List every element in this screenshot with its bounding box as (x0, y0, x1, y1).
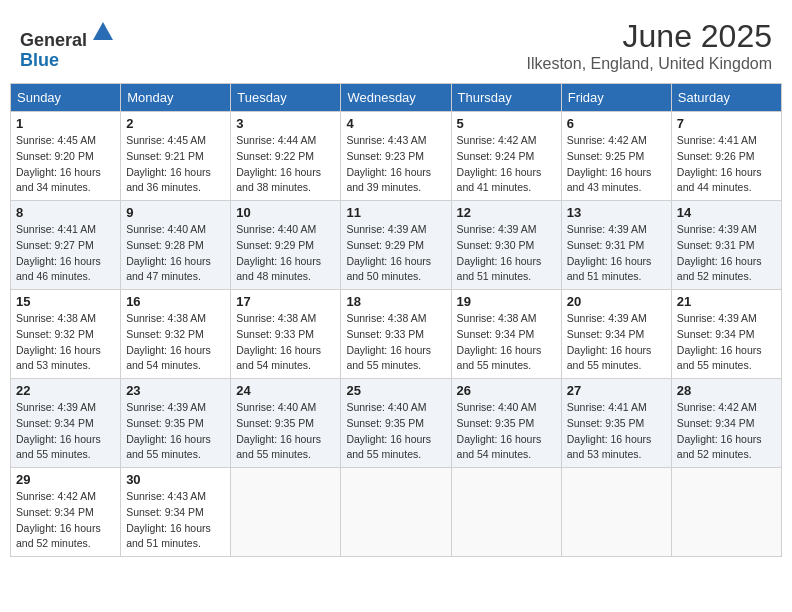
day-info: Sunrise: 4:42 AM Sunset: 9:34 PM Dayligh… (677, 400, 776, 463)
calendar-cell: 11 Sunrise: 4:39 AM Sunset: 9:29 PM Dayl… (341, 201, 451, 290)
day-number: 12 (457, 205, 556, 220)
day-number: 19 (457, 294, 556, 309)
day-number: 15 (16, 294, 115, 309)
svg-marker-0 (93, 22, 113, 40)
calendar-cell (561, 468, 671, 557)
day-number: 29 (16, 472, 115, 487)
day-info: Sunrise: 4:45 AM Sunset: 9:21 PM Dayligh… (126, 133, 225, 196)
day-info: Sunrise: 4:38 AM Sunset: 9:32 PM Dayligh… (126, 311, 225, 374)
calendar-week-1: 1 Sunrise: 4:45 AM Sunset: 9:20 PM Dayli… (11, 112, 782, 201)
day-info: Sunrise: 4:43 AM Sunset: 9:23 PM Dayligh… (346, 133, 445, 196)
day-number: 18 (346, 294, 445, 309)
calendar-week-4: 22 Sunrise: 4:39 AM Sunset: 9:34 PM Dayl… (11, 379, 782, 468)
day-info: Sunrise: 4:43 AM Sunset: 9:34 PM Dayligh… (126, 489, 225, 552)
day-number: 10 (236, 205, 335, 220)
weekday-header-monday: Monday (121, 84, 231, 112)
calendar-cell (231, 468, 341, 557)
calendar-cell: 25 Sunrise: 4:40 AM Sunset: 9:35 PM Dayl… (341, 379, 451, 468)
day-info: Sunrise: 4:41 AM Sunset: 9:35 PM Dayligh… (567, 400, 666, 463)
day-number: 5 (457, 116, 556, 131)
day-info: Sunrise: 4:42 AM Sunset: 9:34 PM Dayligh… (16, 489, 115, 552)
day-number: 23 (126, 383, 225, 398)
calendar-cell: 27 Sunrise: 4:41 AM Sunset: 9:35 PM Dayl… (561, 379, 671, 468)
day-info: Sunrise: 4:39 AM Sunset: 9:31 PM Dayligh… (677, 222, 776, 285)
calendar-cell: 3 Sunrise: 4:44 AM Sunset: 9:22 PM Dayli… (231, 112, 341, 201)
day-number: 20 (567, 294, 666, 309)
logo: General Blue (20, 18, 117, 71)
day-number: 27 (567, 383, 666, 398)
calendar-cell: 10 Sunrise: 4:40 AM Sunset: 9:29 PM Dayl… (231, 201, 341, 290)
calendar-cell: 1 Sunrise: 4:45 AM Sunset: 9:20 PM Dayli… (11, 112, 121, 201)
calendar-table: SundayMondayTuesdayWednesdayThursdayFrid… (10, 83, 782, 557)
page-header: General Blue June 2025 Ilkeston, England… (10, 10, 782, 77)
calendar-cell: 17 Sunrise: 4:38 AM Sunset: 9:33 PM Dayl… (231, 290, 341, 379)
day-info: Sunrise: 4:44 AM Sunset: 9:22 PM Dayligh… (236, 133, 335, 196)
calendar-cell: 7 Sunrise: 4:41 AM Sunset: 9:26 PM Dayli… (671, 112, 781, 201)
calendar-cell: 29 Sunrise: 4:42 AM Sunset: 9:34 PM Dayl… (11, 468, 121, 557)
day-number: 8 (16, 205, 115, 220)
day-info: Sunrise: 4:40 AM Sunset: 9:35 PM Dayligh… (236, 400, 335, 463)
day-info: Sunrise: 4:39 AM Sunset: 9:30 PM Dayligh… (457, 222, 556, 285)
location: Ilkeston, England, United Kingdom (527, 55, 772, 73)
weekday-header-sunday: Sunday (11, 84, 121, 112)
calendar-cell: 28 Sunrise: 4:42 AM Sunset: 9:34 PM Dayl… (671, 379, 781, 468)
logo-icon (89, 18, 117, 46)
calendar-cell: 8 Sunrise: 4:41 AM Sunset: 9:27 PM Dayli… (11, 201, 121, 290)
day-info: Sunrise: 4:39 AM Sunset: 9:31 PM Dayligh… (567, 222, 666, 285)
day-number: 6 (567, 116, 666, 131)
day-number: 2 (126, 116, 225, 131)
calendar-cell: 26 Sunrise: 4:40 AM Sunset: 9:35 PM Dayl… (451, 379, 561, 468)
calendar-cell: 23 Sunrise: 4:39 AM Sunset: 9:35 PM Dayl… (121, 379, 231, 468)
calendar-cell: 24 Sunrise: 4:40 AM Sunset: 9:35 PM Dayl… (231, 379, 341, 468)
day-info: Sunrise: 4:39 AM Sunset: 9:34 PM Dayligh… (567, 311, 666, 374)
day-number: 7 (677, 116, 776, 131)
title-block: June 2025 Ilkeston, England, United King… (527, 18, 772, 73)
calendar-cell: 15 Sunrise: 4:38 AM Sunset: 9:32 PM Dayl… (11, 290, 121, 379)
logo-blue: Blue (20, 50, 59, 70)
day-number: 24 (236, 383, 335, 398)
calendar-cell: 22 Sunrise: 4:39 AM Sunset: 9:34 PM Dayl… (11, 379, 121, 468)
calendar-week-2: 8 Sunrise: 4:41 AM Sunset: 9:27 PM Dayli… (11, 201, 782, 290)
day-number: 21 (677, 294, 776, 309)
day-info: Sunrise: 4:42 AM Sunset: 9:24 PM Dayligh… (457, 133, 556, 196)
day-number: 3 (236, 116, 335, 131)
calendar-cell: 14 Sunrise: 4:39 AM Sunset: 9:31 PM Dayl… (671, 201, 781, 290)
day-number: 1 (16, 116, 115, 131)
calendar-cell: 19 Sunrise: 4:38 AM Sunset: 9:34 PM Dayl… (451, 290, 561, 379)
calendar-cell: 12 Sunrise: 4:39 AM Sunset: 9:30 PM Dayl… (451, 201, 561, 290)
calendar-cell: 6 Sunrise: 4:42 AM Sunset: 9:25 PM Dayli… (561, 112, 671, 201)
weekday-header-tuesday: Tuesday (231, 84, 341, 112)
calendar-cell (341, 468, 451, 557)
calendar-cell: 16 Sunrise: 4:38 AM Sunset: 9:32 PM Dayl… (121, 290, 231, 379)
calendar-cell (671, 468, 781, 557)
weekday-header-thursday: Thursday (451, 84, 561, 112)
day-number: 16 (126, 294, 225, 309)
day-number: 28 (677, 383, 776, 398)
day-info: Sunrise: 4:40 AM Sunset: 9:28 PM Dayligh… (126, 222, 225, 285)
calendar-cell: 13 Sunrise: 4:39 AM Sunset: 9:31 PM Dayl… (561, 201, 671, 290)
day-number: 17 (236, 294, 335, 309)
day-info: Sunrise: 4:39 AM Sunset: 9:35 PM Dayligh… (126, 400, 225, 463)
day-number: 9 (126, 205, 225, 220)
day-info: Sunrise: 4:40 AM Sunset: 9:35 PM Dayligh… (346, 400, 445, 463)
day-info: Sunrise: 4:42 AM Sunset: 9:25 PM Dayligh… (567, 133, 666, 196)
calendar-cell: 5 Sunrise: 4:42 AM Sunset: 9:24 PM Dayli… (451, 112, 561, 201)
day-number: 30 (126, 472, 225, 487)
day-info: Sunrise: 4:39 AM Sunset: 9:34 PM Dayligh… (16, 400, 115, 463)
calendar-cell: 4 Sunrise: 4:43 AM Sunset: 9:23 PM Dayli… (341, 112, 451, 201)
day-info: Sunrise: 4:41 AM Sunset: 9:26 PM Dayligh… (677, 133, 776, 196)
day-info: Sunrise: 4:38 AM Sunset: 9:33 PM Dayligh… (236, 311, 335, 374)
weekday-header-friday: Friday (561, 84, 671, 112)
weekday-header-wednesday: Wednesday (341, 84, 451, 112)
day-number: 11 (346, 205, 445, 220)
calendar-cell: 2 Sunrise: 4:45 AM Sunset: 9:21 PM Dayli… (121, 112, 231, 201)
day-number: 14 (677, 205, 776, 220)
day-info: Sunrise: 4:40 AM Sunset: 9:35 PM Dayligh… (457, 400, 556, 463)
calendar-cell: 20 Sunrise: 4:39 AM Sunset: 9:34 PM Dayl… (561, 290, 671, 379)
day-info: Sunrise: 4:38 AM Sunset: 9:34 PM Dayligh… (457, 311, 556, 374)
logo-general: General (20, 30, 87, 50)
day-info: Sunrise: 4:39 AM Sunset: 9:34 PM Dayligh… (677, 311, 776, 374)
day-number: 26 (457, 383, 556, 398)
calendar-cell: 21 Sunrise: 4:39 AM Sunset: 9:34 PM Dayl… (671, 290, 781, 379)
calendar-cell (451, 468, 561, 557)
